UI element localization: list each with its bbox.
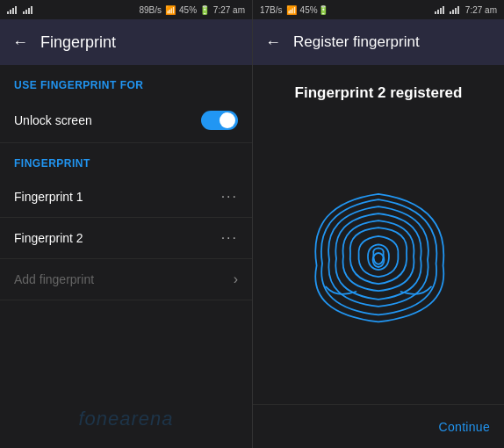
unlock-screen-row[interactable]: Unlock screen (0, 98, 252, 143)
wifi-icon-right: 📶 (286, 5, 297, 15)
speed-text-right: 17B/s (260, 5, 283, 15)
header-left: ← Fingerprint (0, 19, 252, 65)
fingerprint-2-row[interactable]: Fingerprint 2 ··· (0, 218, 252, 259)
page-title-right: Register fingerprint (293, 33, 420, 51)
continue-button[interactable]: Continue (439, 420, 490, 434)
status-bar-right: 17B/s 📶 45%🔋 7:27 am (253, 0, 504, 19)
back-button-right[interactable]: ← (265, 33, 281, 52)
time-text: 7:27 am (213, 5, 245, 15)
fingerprint-visual-area (253, 116, 504, 404)
right-status-info: 89B/s 📶 45% 🔋 7:27 am (139, 5, 245, 15)
watermark-area: fonearena (0, 300, 252, 448)
right-status-left: 17B/s 📶 45%🔋 (260, 5, 328, 15)
fingerprint-image (308, 190, 449, 330)
chevron-right-icon: › (234, 271, 238, 287)
signal-icon (7, 6, 17, 14)
fingerprint-2-label: Fingerprint 2 (14, 231, 83, 245)
fingerprint-1-row[interactable]: Fingerprint 1 ··· (0, 177, 252, 218)
time-text-right: 7:27 am (465, 5, 497, 15)
speed-text: 89B/s (139, 5, 162, 15)
status-bar-left: 89B/s 📶 45% 🔋 7:27 am (0, 0, 252, 19)
back-button[interactable]: ← (12, 33, 28, 52)
signal-icon-right (435, 6, 444, 14)
add-fingerprint-label: Add fingerprint (14, 272, 94, 286)
right-panel: 17B/s 📶 45%🔋 7:27 am ← Register (252, 0, 504, 448)
wifi-icon: 📶 (165, 5, 176, 15)
toggle-knob (220, 112, 235, 128)
signal-icon-right-2 (450, 6, 459, 14)
section-fp-label: FINGERPRINT (0, 143, 252, 177)
watermark-text: fonearena (78, 408, 173, 430)
page-title-left: Fingerprint (40, 33, 116, 52)
registered-title: Fingerprint 2 registered (253, 65, 504, 116)
fingerprint-1-label: Fingerprint 1 (14, 190, 83, 204)
left-status-icons (7, 6, 32, 14)
continue-bar: Continue (253, 404, 504, 448)
battery-right: 45%🔋 (300, 5, 328, 15)
fingerprint-2-menu[interactable]: ··· (221, 230, 238, 246)
header-right: ← Register fingerprint (253, 19, 504, 65)
section-use-label: USE FINGERPRINT FOR (0, 65, 252, 98)
add-fingerprint-row[interactable]: Add fingerprint › (0, 259, 252, 300)
battery-text: 45% 🔋 (179, 5, 210, 15)
right-status-right: 7:27 am (435, 5, 497, 15)
signal-icon-2 (23, 6, 32, 14)
fingerprint-1-menu[interactable]: ··· (221, 189, 238, 205)
left-panel: 89B/s 📶 45% 🔋 7:27 am ← Fingerprint USE … (0, 0, 252, 448)
unlock-toggle[interactable] (201, 111, 238, 130)
unlock-screen-label: Unlock screen (14, 113, 92, 127)
